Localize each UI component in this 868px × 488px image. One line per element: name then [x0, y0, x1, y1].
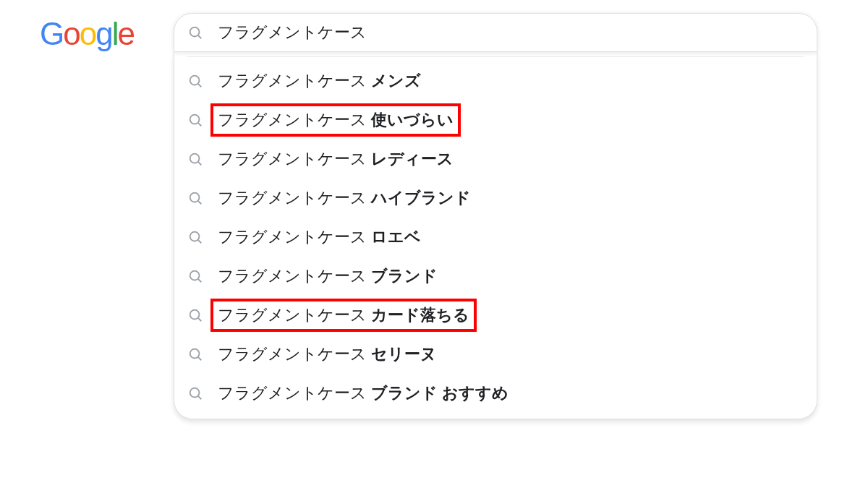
svg-point-18 [190, 388, 200, 398]
svg-point-10 [190, 232, 200, 241]
suggestion-base: フラグメントケース [218, 72, 371, 90]
svg-line-17 [198, 357, 201, 360]
suggestion-completion: ロエベ [371, 228, 421, 246]
suggestion-item[interactable]: フラグメントケース ブランド おすすめ [174, 374, 817, 413]
suggestion-base: フラグメントケース [218, 111, 371, 129]
suggestion-base: フラグメントケース [218, 345, 371, 363]
suggestion-item[interactable]: フラグメントケース 使いづらい [174, 100, 817, 140]
svg-point-4 [190, 115, 200, 124]
suggestion-text: フラグメントケース カード落ちる [218, 304, 469, 326]
suggestion-text: フラグメントケース メンズ [218, 70, 421, 92]
suggestion-completion: メンズ [371, 72, 421, 90]
svg-point-12 [190, 271, 200, 281]
suggestion-item[interactable]: フラグメントケース ロエベ [174, 218, 817, 257]
suggestion-text: フラグメントケース セリーヌ [218, 343, 437, 365]
svg-line-7 [198, 162, 201, 165]
svg-line-19 [198, 396, 201, 399]
search-icon [187, 346, 203, 362]
search-icon [187, 385, 203, 401]
suggestion-completion: カード落ちる [371, 306, 469, 324]
search-icon [187, 307, 203, 323]
suggestion-completion: 使いづらい [371, 111, 454, 129]
svg-point-16 [190, 349, 200, 359]
dropdown-separator [187, 56, 804, 57]
search-box[interactable]: フラグメントケース [174, 13, 817, 52]
search-input[interactable]: フラグメントケース [218, 22, 367, 43]
search-area: フラグメントケース フラグメントケース メンズフラグメントケース 使いづらいフラ… [174, 13, 817, 419]
svg-line-15 [198, 318, 201, 321]
suggestion-text: フラグメントケース レディース [218, 148, 454, 170]
svg-line-1 [198, 35, 201, 38]
suggestion-base: フラグメントケース [218, 189, 371, 207]
search-icon [187, 190, 203, 206]
svg-point-2 [190, 76, 200, 85]
svg-point-0 [190, 27, 200, 37]
suggestion-base: フラグメントケース [218, 384, 371, 402]
svg-point-14 [190, 310, 200, 320]
search-icon [187, 151, 203, 167]
suggestion-item[interactable]: フラグメントケース メンズ [174, 61, 817, 100]
suggestion-dropdown: フラグメントケース メンズフラグメントケース 使いづらいフラグメントケース レデ… [174, 52, 817, 419]
suggestion-completion: ブランド [371, 267, 438, 285]
svg-line-13 [198, 279, 201, 282]
search-icon [187, 25, 203, 40]
suggestion-completion: レディース [371, 150, 454, 168]
suggestion-base: フラグメントケース [218, 228, 371, 246]
search-icon [187, 268, 203, 284]
suggestion-item[interactable]: フラグメントケース ハイブランド [174, 179, 817, 218]
suggestion-item[interactable]: フラグメントケース セリーヌ [174, 335, 817, 374]
svg-line-11 [198, 240, 201, 243]
search-icon [187, 73, 203, 89]
suggestion-base: フラグメントケース [218, 306, 371, 324]
suggestion-completion: セリーヌ [371, 345, 437, 363]
suggestion-text: フラグメントケース ブランド [218, 265, 438, 287]
svg-line-9 [198, 201, 201, 204]
suggestion-base: フラグメントケース [218, 150, 371, 168]
svg-line-5 [198, 123, 201, 126]
google-logo[interactable]: Google [40, 13, 134, 52]
suggestion-text: フラグメントケース 使いづらい [218, 109, 454, 131]
suggestion-item[interactable]: フラグメントケース カード落ちる [174, 296, 817, 335]
suggestion-item[interactable]: フラグメントケース ブランド [174, 257, 817, 296]
suggestion-item[interactable]: フラグメントケース レディース [174, 140, 817, 179]
suggestion-completion: ブランド おすすめ [371, 384, 509, 402]
search-icon [187, 112, 203, 128]
svg-point-6 [190, 154, 200, 163]
suggestion-text: フラグメントケース ハイブランド [218, 187, 471, 209]
header: Google フラグメントケース フラグメントケース メンズフラグメントケース … [0, 0, 868, 419]
svg-point-8 [190, 193, 200, 202]
search-icon [187, 229, 203, 245]
svg-line-3 [198, 84, 201, 87]
suggestion-text: フラグメントケース ロエベ [218, 226, 421, 248]
suggestion-completion: ハイブランド [371, 189, 471, 207]
suggestion-base: フラグメントケース [218, 267, 371, 285]
suggestion-text: フラグメントケース ブランド おすすめ [218, 382, 509, 404]
